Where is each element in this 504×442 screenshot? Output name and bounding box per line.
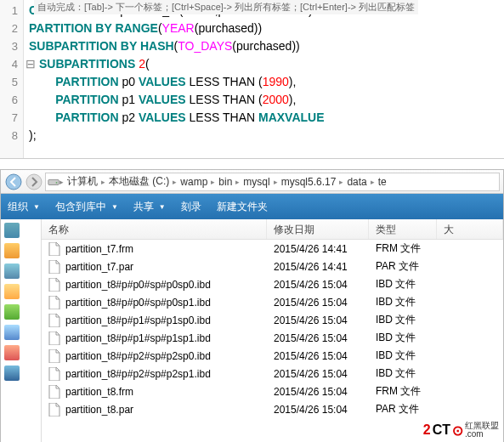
file-icon	[48, 385, 60, 399]
col-date[interactable]: 修改日期	[267, 219, 369, 239]
file-icon	[48, 278, 60, 292]
file-icon	[48, 242, 60, 256]
file-type: PAR 文件	[369, 402, 437, 416]
code-area[interactable]: CREATE TABLE partition_t8(id INT,purchas…	[24, 0, 504, 158]
table-row[interactable]: partition_t8#p#p1#sp#p1sp0.ibd2015/4/26 …	[42, 311, 503, 329]
column-headers[interactable]: 名称 修改日期 类型 大	[42, 219, 503, 240]
code-editor: 自动完成：[Tab]-> 下一个标签；[Ctrl+Space]-> 列出所有标签…	[0, 0, 504, 159]
col-name[interactable]: 名称	[42, 219, 267, 239]
file-icon	[48, 296, 60, 309]
table-row[interactable]: partition_t8.frm2015/4/26 15:04FRM 文件	[42, 382, 503, 400]
crumb-seg[interactable]: mysql5.6.17	[278, 176, 340, 188]
fold-icon[interactable]: ⊟	[25, 57, 36, 71]
toolbar: 组织▼ 包含到库中▼ 共享▼ 刻录 新建文件夹	[1, 194, 503, 219]
line-num: 7	[0, 109, 18, 127]
file-icon	[48, 260, 60, 274]
autocomplete-hint: 自动完成：[Tab]-> 下一个标签；[Ctrl+Space]-> 列出所有标签…	[34, 0, 418, 14]
forward-button[interactable]	[25, 173, 43, 191]
crumb-seg[interactable]: data	[343, 176, 370, 188]
file-type: IBD 文件	[369, 277, 437, 292]
back-button[interactable]	[4, 173, 23, 191]
pictures-icon[interactable]	[4, 304, 20, 320]
file-icon	[48, 314, 60, 327]
file-date: 2015/4/26 15:04	[267, 386, 369, 398]
file-date: 2015/4/26 15:04	[267, 350, 369, 362]
file-type: PAR 文件	[369, 259, 437, 274]
burn-button[interactable]: 刻录	[181, 200, 201, 214]
line-gutter: 1 2 3 4 5 6 7 8	[0, 0, 24, 158]
desktop-icon[interactable]	[4, 223, 20, 238]
file-date: 2015/4/26 15:04	[267, 314, 369, 326]
table-row[interactable]: partition_t7.frm2015/4/26 14:41FRM 文件	[42, 240, 503, 258]
newfolder-button[interactable]: 新建文件夹	[217, 200, 268, 214]
table-row[interactable]: partition_t8#p#p1#sp#p1sp1.ibd2015/4/26 …	[42, 329, 503, 347]
file-type: FRM 文件	[369, 384, 437, 399]
crumb-seg[interactable]: mysql	[240, 176, 273, 188]
line-num: 4	[0, 55, 18, 73]
file-type: IBD 文件	[369, 331, 437, 345]
file-icon	[48, 403, 60, 416]
file-date: 2015/4/26 15:04	[267, 279, 369, 291]
file-type: IBD 文件	[369, 366, 437, 381]
line-num: 6	[0, 91, 18, 109]
documents-icon[interactable]	[4, 325, 20, 340]
address-bar: ▸计算机 ▸本地磁盘 (C:) ▸wamp ▸bin ▸mysql ▸mysql…	[1, 170, 503, 194]
library-icon[interactable]	[4, 284, 20, 299]
file-name: partition_t8.par	[65, 404, 133, 416]
file-list: 名称 修改日期 类型 大 partition_t7.frm2015/4/26 1…	[42, 219, 503, 442]
table-row[interactable]: partition_t8#p#p0#sp#p0sp1.ibd2015/4/26 …	[42, 293, 503, 311]
drive-icon	[48, 175, 59, 189]
chevron-down-icon: ▼	[33, 203, 40, 211]
table-row[interactable]: partition_t8.par2015/4/26 15:04PAR 文件	[42, 400, 503, 418]
music-icon[interactable]	[4, 345, 20, 360]
file-date: 2015/4/26 15:04	[267, 404, 369, 416]
file-name: partition_t7.par	[65, 261, 133, 273]
downloads-icon[interactable]	[4, 243, 20, 258]
file-type: IBD 文件	[369, 348, 437, 363]
file-name: partition_t8#p#p0#sp#p0sp1.ibd	[65, 297, 211, 309]
crumb-seg[interactable]: 计算机	[64, 174, 101, 189]
file-type: IBD 文件	[369, 313, 437, 327]
share-button[interactable]: 共享▼	[133, 200, 166, 214]
col-type[interactable]: 类型	[369, 219, 437, 239]
line-num: 5	[0, 73, 18, 91]
file-type: IBD 文件	[369, 295, 437, 309]
file-date: 2015/4/26 15:04	[267, 332, 369, 344]
breadcrumb[interactable]: ▸计算机 ▸本地磁盘 (C:) ▸wamp ▸bin ▸mysql ▸mysql…	[45, 173, 500, 191]
crumb-seg[interactable]: 本地磁盘 (C:)	[105, 174, 173, 189]
file-name: partition_t7.frm	[65, 243, 133, 255]
file-name: partition_t8#p#p1#sp#p1sp1.ibd	[65, 332, 211, 344]
table-row[interactable]: partition_t8#p#p2#sp#p2sp1.ibd2015/4/26 …	[42, 365, 503, 382]
line-num: 2	[0, 20, 18, 37]
file-date: 2015/4/26 14:41	[267, 261, 369, 273]
chevron-down-icon: ▼	[111, 203, 118, 211]
watermark-logo: 2CT⊙ 红黑联盟.com	[423, 422, 499, 439]
chevron-down-icon: ▼	[159, 203, 166, 211]
svg-point-3	[56, 182, 58, 184]
recent-icon[interactable]	[4, 264, 20, 279]
table-row[interactable]: partition_t8#p#p0#sp#p0sp0.ibd2015/4/26 …	[42, 275, 503, 293]
file-icon	[48, 349, 60, 363]
file-name: partition_t8#p#p2#sp#p2sp0.ibd	[65, 350, 211, 362]
svg-point-0	[6, 174, 21, 190]
file-name: partition_t8#p#p1#sp#p1sp0.ibd	[65, 314, 211, 326]
col-size[interactable]: 大	[437, 219, 503, 239]
sidebar	[1, 219, 42, 442]
crumb-seg[interactable]: bin	[215, 176, 235, 188]
organize-button[interactable]: 组织▼	[8, 200, 40, 214]
file-icon	[48, 332, 60, 345]
include-button[interactable]: 包含到库中▼	[55, 200, 118, 214]
crumb-seg[interactable]: te	[375, 176, 390, 188]
line-num: 3	[0, 37, 18, 55]
file-date: 2015/4/26 15:04	[267, 297, 369, 309]
computer-icon[interactable]	[4, 366, 20, 381]
table-row[interactable]: partition_t8#p#p2#sp#p2sp0.ibd2015/4/26 …	[42, 347, 503, 365]
file-name: partition_t8.frm	[65, 386, 133, 398]
table-row[interactable]: partition_t7.par2015/4/26 14:41PAR 文件	[42, 258, 503, 275]
crumb-seg[interactable]: wamp	[177, 176, 211, 188]
file-type: FRM 文件	[369, 241, 437, 256]
file-name: partition_t8#p#p2#sp#p2sp1.ibd	[65, 368, 211, 380]
file-date: 2015/4/26 15:04	[267, 368, 369, 380]
svg-point-1	[26, 174, 42, 190]
file-icon	[48, 367, 60, 381]
